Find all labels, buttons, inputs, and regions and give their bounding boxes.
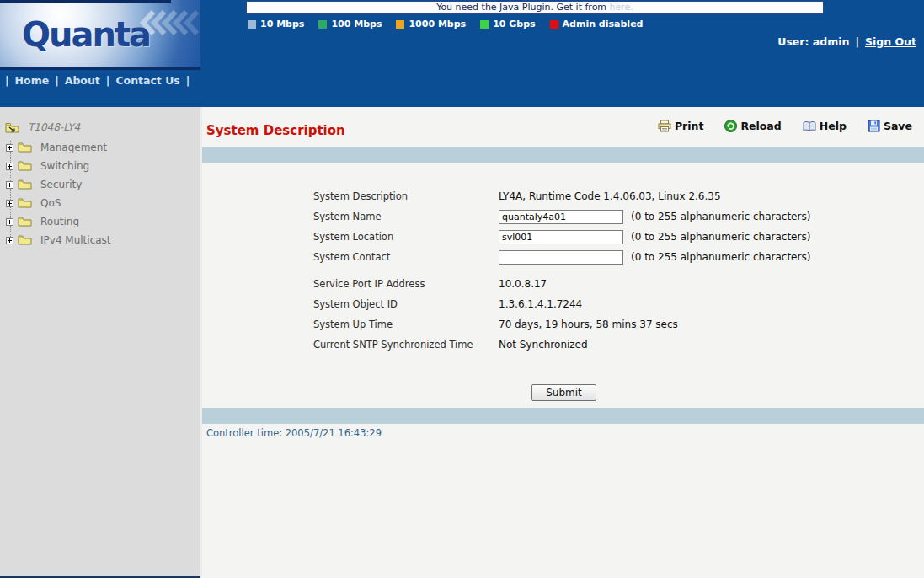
- nav-link-contact-us[interactable]: Contact Us: [115, 74, 179, 87]
- sidebar-item-label: Routing: [40, 216, 79, 227]
- toolbar: Print Reload Help: [658, 120, 912, 132]
- form-row-sntp-time: Current SNTP Synchronized Time Not Synch…: [313, 334, 920, 355]
- print-label: Print: [675, 120, 704, 132]
- nav-pipe: |: [5, 74, 9, 87]
- legend-item-100mbps: 100 Mbps: [318, 19, 382, 29]
- open-folder-icon: [5, 122, 20, 133]
- tree-root-device[interactable]: T1048-LY4: [5, 121, 80, 133]
- folder-icon: [18, 179, 32, 190]
- page-title: System Description: [206, 123, 345, 138]
- form-row-system-location: System Location (0 to 255 alphanumeric c…: [313, 227, 920, 247]
- controller-time: Controller time: 2005/7/21 16:43:29: [206, 427, 382, 439]
- legend-label: 10 Mbps: [260, 19, 304, 29]
- java-plugin-here-link[interactable]: here.: [610, 2, 633, 13]
- sidebar-item-label: QoS: [40, 197, 61, 209]
- sidebar-item-qos[interactable]: QoS: [6, 197, 61, 209]
- form-row-service-port-ip: Service Port IP Address 10.0.8.17: [313, 274, 920, 294]
- printer-icon: [658, 120, 671, 132]
- save-icon: [868, 120, 880, 132]
- swatch-admin-disabled: [550, 20, 558, 29]
- submit-row: Submit: [202, 383, 924, 401]
- nav-link-home[interactable]: Home: [15, 74, 50, 87]
- expand-plus-icon[interactable]: [6, 163, 13, 170]
- swatch-10mbps: [248, 20, 256, 29]
- reload-icon: [724, 120, 737, 132]
- user-separator: |: [855, 35, 859, 48]
- expand-plus-icon[interactable]: [6, 144, 13, 152]
- folder-icon: [18, 198, 32, 208]
- sidebar-item-security[interactable]: Security: [6, 179, 82, 190]
- chevrons-icon: [136, 10, 200, 35]
- sidebar-item-routing[interactable]: Routing: [6, 216, 79, 227]
- legend-item-10mbps: 10 Mbps: [248, 19, 304, 29]
- help-button[interactable]: Help: [803, 120, 847, 132]
- system-description-value: LY4A, Runtime Code 1.4.06.03, Linux 2.6.…: [499, 190, 721, 202]
- legend-item-admin-disabled: Admin disabled: [550, 19, 644, 29]
- submit-button[interactable]: Submit: [531, 384, 596, 401]
- expand-plus-icon[interactable]: [6, 237, 13, 244]
- expand-plus-icon[interactable]: [6, 200, 13, 207]
- sidebar-item-switching[interactable]: Switching: [6, 160, 89, 172]
- legend-label: 10 Gbps: [493, 19, 535, 29]
- sidebar-item-ipv4-multicast[interactable]: IPv4 Multicast: [6, 234, 111, 246]
- reload-button[interactable]: Reload: [724, 120, 781, 132]
- system-description-form: System Description LY4A, Runtime Code 1.…: [313, 186, 920, 355]
- main-content: System Description Print Reload: [200, 107, 924, 578]
- legend-item-1000mbps: 1000 Mbps: [396, 19, 466, 29]
- field-label: System Contact: [313, 251, 499, 263]
- legend-label: 100 Mbps: [331, 19, 382, 29]
- header-banner: Quanta You need the Java Plugin. Get it …: [0, 0, 924, 107]
- sign-out-link[interactable]: Sign Out: [865, 35, 916, 48]
- field-label: System Location: [313, 231, 499, 243]
- service-port-ip-value: 10.0.8.17: [499, 278, 547, 290]
- port-speed-legend: 10 Mbps 100 Mbps 1000 Mbps 10 Gbps Admin…: [248, 19, 643, 29]
- folder-icon: [18, 235, 32, 245]
- field-label: System Description: [313, 190, 499, 202]
- sidebar-item-management[interactable]: Management: [6, 142, 107, 153]
- sidebar-item-label: Security: [40, 179, 82, 190]
- sidebar-item-label: Switching: [40, 160, 89, 172]
- print-button[interactable]: Print: [658, 120, 704, 132]
- quanta-logo: Quanta: [22, 15, 150, 54]
- nav-link-about[interactable]: About: [65, 74, 100, 87]
- expand-plus-icon[interactable]: [6, 218, 13, 226]
- system-name-input[interactable]: [499, 210, 623, 224]
- help-label: Help: [820, 120, 847, 132]
- nav-pipe: |: [55, 74, 59, 87]
- swatch-1000mbps: [396, 20, 404, 29]
- reload-label: Reload: [740, 120, 781, 132]
- user-area: User: admin | Sign Out: [777, 35, 916, 48]
- java-plugin-banner: You need the Java Plugin. Get it from he…: [246, 1, 824, 14]
- field-label: Current SNTP Synchronized Time: [313, 339, 499, 351]
- help-icon: [803, 120, 816, 132]
- save-label: Save: [884, 120, 912, 132]
- swatch-100mbps: [318, 20, 327, 29]
- nav-tree-sidebar: T1048-LY4 Management Switching Security …: [0, 107, 200, 576]
- legend-item-10gbps: 10 Gbps: [480, 19, 535, 29]
- folder-icon: [18, 161, 32, 171]
- tree-root-label: T1048-LY4: [28, 121, 80, 133]
- system-up-time-value: 70 days, 19 hours, 58 mins 37 secs: [499, 318, 678, 330]
- form-row-system-description: System Description LY4A, Runtime Code 1.…: [313, 186, 920, 206]
- field-hint: (0 to 255 alphanumeric characters): [631, 251, 810, 263]
- section-divider-bar: [202, 147, 924, 163]
- form-row-system-object-id: System Object ID 1.3.6.1.4.1.7244: [313, 294, 920, 314]
- field-hint: (0 to 255 alphanumeric characters): [631, 231, 810, 243]
- system-location-input[interactable]: [499, 230, 623, 244]
- folder-icon: [18, 142, 32, 153]
- nav-pipe: |: [106, 74, 110, 87]
- form-row-system-contact: System Contact (0 to 255 alphanumeric ch…: [313, 247, 920, 267]
- user-label: User: admin: [777, 35, 849, 48]
- system-object-id-value: 1.3.6.1.4.1.7244: [499, 298, 582, 310]
- field-hint: (0 to 255 alphanumeric characters): [631, 211, 810, 222]
- logo-top-strip: [0, 0, 171, 3]
- field-label: Service Port IP Address: [313, 278, 499, 290]
- system-contact-input[interactable]: [499, 250, 623, 265]
- section-divider-bar: [202, 408, 924, 424]
- form-row-system-up-time: System Up Time 70 days, 19 hours, 58 min…: [313, 314, 920, 334]
- java-plugin-message: You need the Java Plugin. Get it from: [436, 2, 606, 13]
- save-button[interactable]: Save: [868, 120, 912, 132]
- expand-plus-icon[interactable]: [6, 181, 13, 189]
- legend-label: Admin disabled: [563, 19, 644, 29]
- top-nav: | Home | About | Contact Us |: [5, 74, 190, 87]
